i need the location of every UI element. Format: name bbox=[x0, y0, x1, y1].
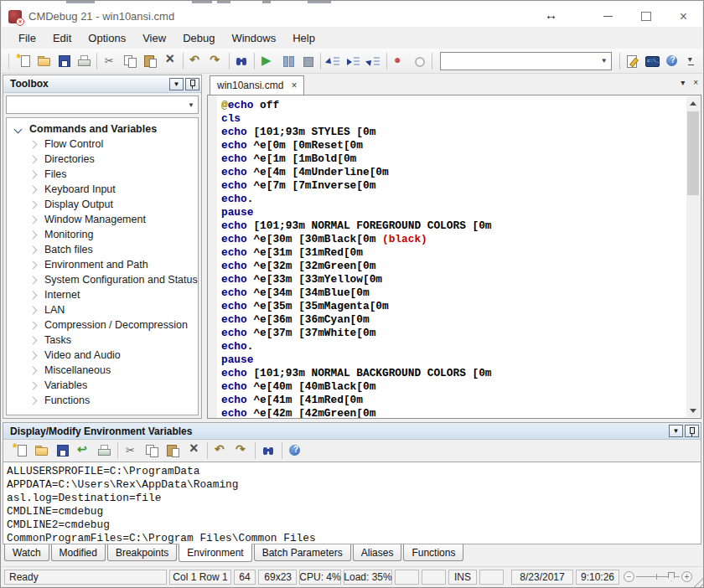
new-button[interactable] bbox=[14, 51, 34, 71]
code-line[interactable]: cls bbox=[221, 112, 686, 126]
menu-debug[interactable]: Debug bbox=[174, 28, 223, 48]
minimize-button[interactable] bbox=[589, 6, 627, 27]
code-editor[interactable]: @echo offclsecho [101;93m STYLES [0mecho… bbox=[207, 95, 701, 419]
tab-modified[interactable]: Modified bbox=[51, 544, 106, 561]
env-variable-row[interactable]: CommonProgramFiles=C:\Program Files\Comm… bbox=[7, 532, 701, 544]
editor-tab[interactable]: win10ansi.cmd × bbox=[210, 75, 304, 95]
cut-button[interactable] bbox=[100, 51, 120, 71]
zoom-out-button[interactable]: − bbox=[624, 571, 634, 582]
tabstrip-close-icon[interactable]: × bbox=[693, 78, 698, 87]
code-line[interactable]: echo ^e[37m [37mWhite[0m bbox=[221, 327, 686, 340]
tab-batch-parameters[interactable]: Batch Parameters bbox=[254, 544, 351, 561]
menu-file[interactable]: File bbox=[10, 28, 44, 48]
stop-button[interactable] bbox=[298, 51, 318, 71]
code-line[interactable]: echo ^e[31m [31mRed[0m bbox=[221, 246, 686, 260]
help-button[interactable] bbox=[285, 441, 306, 461]
environment-variable-list[interactable]: ALLUSERSPROFILE=C:\ProgramDataAPPDATA=C:… bbox=[3, 462, 701, 544]
delete-button[interactable] bbox=[184, 441, 204, 461]
delete-button[interactable] bbox=[160, 51, 180, 71]
tab-close-icon[interactable]: × bbox=[291, 81, 297, 90]
code-line[interactable]: @echo off bbox=[221, 99, 686, 112]
paste-button[interactable] bbox=[163, 441, 184, 461]
tree-item-flow-control[interactable]: Flow Control bbox=[7, 137, 198, 152]
tree-item-lan[interactable]: LAN bbox=[7, 302, 198, 317]
chevron-down-icon[interactable]: ▼ bbox=[184, 101, 198, 109]
new-button[interactable] bbox=[10, 441, 31, 461]
code-line[interactable]: echo. bbox=[221, 193, 686, 206]
close-button[interactable]: × bbox=[665, 6, 702, 27]
editor-content[interactable]: @echo offclsecho [101;93m STYLES [0mecho… bbox=[221, 95, 686, 418]
code-line[interactable]: echo ^e[7m [7mInverse[0m bbox=[221, 179, 686, 193]
tree-item-video-and-audio[interactable]: Video and Audio bbox=[7, 348, 198, 363]
env-variable-row[interactable]: APPDATA=C:\Users\Rex\AppData\Roaming bbox=[7, 478, 701, 492]
open-button[interactable] bbox=[31, 441, 52, 461]
env-variable-row[interactable]: CMDLINE2=cmdebug bbox=[7, 518, 701, 532]
tree-item-monitoring[interactable]: Monitoring bbox=[7, 227, 198, 242]
code-line[interactable]: echo ^e[41m [41mRed[0m bbox=[221, 394, 686, 407]
tree-item-variables[interactable]: Variables bbox=[7, 378, 198, 393]
code-line[interactable]: pause bbox=[221, 353, 686, 367]
code-line[interactable]: echo ^e[1m [1mBold[0m bbox=[221, 152, 686, 166]
step-into-button[interactable] bbox=[324, 51, 344, 71]
breakpoint-button[interactable] bbox=[390, 51, 410, 71]
code-line[interactable]: echo [101;93m NORMAL FOREGROUND COLORS [… bbox=[221, 219, 686, 233]
toolbar-combobox[interactable]: ▼ bbox=[440, 52, 611, 70]
toolbar-combobox-input[interactable] bbox=[441, 54, 597, 68]
overflow-button[interactable] bbox=[682, 51, 702, 71]
scroll-down-arrow[interactable] bbox=[686, 404, 700, 417]
help-button[interactable] bbox=[662, 51, 682, 71]
code-line[interactable]: echo. bbox=[221, 340, 686, 353]
scrollbar-thumb[interactable] bbox=[687, 111, 699, 195]
code-line[interactable]: echo ^e[4m [4mUnderline[0m bbox=[221, 166, 686, 179]
toolbox-filter-input[interactable] bbox=[7, 98, 184, 111]
notepad-button[interactable] bbox=[623, 51, 643, 71]
console-button[interactable] bbox=[642, 51, 662, 71]
undo-button[interactable] bbox=[186, 51, 206, 71]
tree-item-display-output[interactable]: Display Output bbox=[7, 197, 198, 212]
tab-watch[interactable]: Watch bbox=[4, 544, 49, 561]
tree-item-compression-decompression[interactable]: Compression / Decompression bbox=[7, 317, 198, 333]
tree-item-window-management[interactable]: Window Management bbox=[7, 212, 198, 227]
zoom-in-button[interactable]: + bbox=[681, 571, 692, 582]
code-line[interactable]: echo [101;93m NORMAL BACKGROUND COLORS [… bbox=[221, 367, 686, 380]
print-button[interactable] bbox=[94, 441, 115, 461]
redo-button[interactable] bbox=[231, 441, 252, 461]
maximize-button[interactable] bbox=[627, 6, 665, 27]
tab-breakpoints[interactable]: Breakpoints bbox=[107, 544, 177, 561]
scroll-up-arrow[interactable] bbox=[686, 96, 700, 110]
code-line[interactable]: echo ^e[30m [30mBlack[0m (black) bbox=[221, 233, 686, 246]
cut-button[interactable] bbox=[121, 441, 142, 461]
step-out-button[interactable] bbox=[364, 51, 384, 71]
find-button[interactable] bbox=[258, 441, 279, 461]
redo-button[interactable] bbox=[206, 51, 226, 71]
print-button[interactable] bbox=[75, 51, 95, 71]
undo-button[interactable] bbox=[210, 441, 231, 461]
env-variable-row[interactable]: ALLUSERSPROFILE=C:\ProgramData bbox=[7, 465, 701, 478]
code-line[interactable]: echo ^e[42m [42mGreen[0m bbox=[221, 407, 686, 418]
step-over-button[interactable] bbox=[344, 51, 364, 71]
tree-item-internet[interactable]: Internet bbox=[7, 287, 198, 302]
paste-button[interactable] bbox=[140, 51, 160, 71]
code-line[interactable]: echo ^e[35m [35mMagenta[0m bbox=[221, 300, 686, 313]
revert-button[interactable] bbox=[73, 441, 94, 461]
tree-item-files[interactable]: Files bbox=[7, 167, 198, 182]
menu-options[interactable]: Options bbox=[80, 28, 134, 48]
code-line[interactable]: pause bbox=[221, 206, 686, 219]
env-variable-row[interactable]: asl.log=Destination=file bbox=[7, 492, 701, 505]
tree-item-keyboard-input[interactable]: Keyboard Input bbox=[7, 182, 198, 197]
tree-item-batch-files[interactable]: Batch files bbox=[7, 242, 198, 257]
code-line[interactable]: echo ^e[36m [36mCyan[0m bbox=[221, 313, 686, 327]
find-button[interactable] bbox=[232, 51, 252, 71]
code-line[interactable]: echo ^e[0m [0mReset[0m bbox=[221, 139, 686, 152]
editor-vertical-scrollbar[interactable] bbox=[686, 96, 700, 417]
menu-help[interactable]: Help bbox=[284, 28, 324, 48]
menu-windows[interactable]: Windows bbox=[223, 28, 284, 48]
env-variable-row[interactable]: CMDLINE=cmdebug bbox=[7, 505, 701, 518]
zoom-slider-thumb[interactable] bbox=[668, 572, 675, 581]
run-button[interactable] bbox=[257, 51, 277, 71]
code-line[interactable]: echo [101;93m STYLES [0m bbox=[221, 126, 686, 139]
breakpoint-clear-button[interactable] bbox=[409, 51, 429, 71]
tab-environment[interactable]: Environment bbox=[179, 544, 251, 562]
tree-item-system-configuration-and-status[interactable]: System Configuration and Status bbox=[7, 272, 198, 287]
environment-menu-button[interactable]: ▼ bbox=[669, 425, 683, 437]
